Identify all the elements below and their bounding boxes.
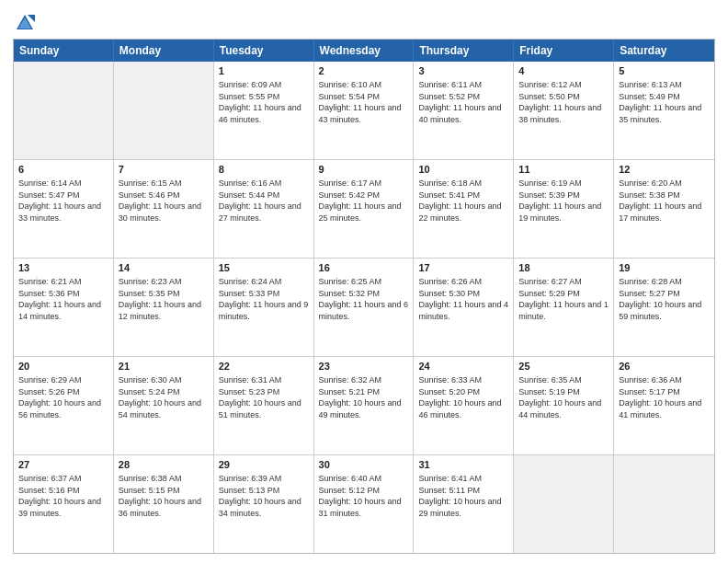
calendar-cell [614,455,714,553]
cell-text: Sunrise: 6:17 AM Sunset: 5:42 PM Dayligh… [319,178,402,223]
calendar-cell: 12Sunrise: 6:20 AM Sunset: 5:38 PM Dayli… [614,160,714,258]
day-number: 22 [219,360,309,373]
day-number: 10 [418,163,508,177]
cell-text: Sunrise: 6:14 AM Sunset: 5:47 PM Dayligh… [18,178,101,223]
cell-text: Sunrise: 6:40 AM Sunset: 5:12 PM Dayligh… [319,474,402,518]
cell-text: Sunrise: 6:29 AM Sunset: 5:26 PM Dayligh… [18,375,101,419]
calendar-cell: 5Sunrise: 6:13 AM Sunset: 5:49 PM Daylig… [614,62,714,159]
day-number: 2 [319,64,409,78]
day-number: 30 [319,458,409,472]
day-number: 12 [619,163,710,177]
cell-text: Sunrise: 6:37 AM Sunset: 5:16 PM Dayligh… [18,474,101,518]
calendar-header-cell: Thursday [414,40,514,62]
calendar-header-cell: Tuesday [214,40,314,62]
calendar-cell: 27Sunrise: 6:37 AM Sunset: 5:16 PM Dayli… [14,455,114,553]
day-number: 11 [518,163,609,177]
svg-marker-2 [28,15,35,22]
day-number: 21 [119,360,209,373]
day-number: 20 [18,360,108,373]
calendar-cell: 23Sunrise: 6:32 AM Sunset: 5:21 PM Dayli… [314,357,415,454]
calendar-cell: 21Sunrise: 6:30 AM Sunset: 5:24 PM Dayli… [114,357,214,454]
calendar-cell [114,62,214,159]
day-number: 5 [619,64,710,78]
cell-text: Sunrise: 6:09 AM Sunset: 5:55 PM Dayligh… [219,80,301,124]
calendar-cell: 16Sunrise: 6:25 AM Sunset: 5:32 PM Dayli… [314,259,415,356]
day-number: 14 [119,261,209,275]
calendar-cell: 3Sunrise: 6:11 AM Sunset: 5:52 PM Daylig… [414,62,514,159]
calendar-cell: 15Sunrise: 6:24 AM Sunset: 5:33 PM Dayli… [214,259,314,356]
day-number: 17 [418,261,508,275]
cell-text: Sunrise: 6:36 AM Sunset: 5:17 PM Dayligh… [619,375,701,419]
day-number: 31 [418,458,508,472]
calendar-cell: 4Sunrise: 6:12 AM Sunset: 5:50 PM Daylig… [514,62,614,159]
day-number: 24 [418,360,508,373]
cell-text: Sunrise: 6:30 AM Sunset: 5:24 PM Dayligh… [119,375,201,419]
day-number: 25 [518,360,609,373]
day-number: 6 [18,163,108,177]
calendar-header-cell: Wednesday [314,40,415,62]
calendar-cell: 9Sunrise: 6:17 AM Sunset: 5:42 PM Daylig… [314,160,415,258]
cell-text: Sunrise: 6:35 AM Sunset: 5:19 PM Dayligh… [518,375,601,419]
calendar-cell: 2Sunrise: 6:10 AM Sunset: 5:54 PM Daylig… [314,62,415,159]
header [13,9,715,33]
calendar-row: 27Sunrise: 6:37 AM Sunset: 5:16 PM Dayli… [14,454,714,553]
calendar-cell: 26Sunrise: 6:36 AM Sunset: 5:17 PM Dayli… [614,357,714,454]
cell-text: Sunrise: 6:11 AM Sunset: 5:52 PM Dayligh… [418,80,501,124]
calendar-cell: 24Sunrise: 6:33 AM Sunset: 5:20 PM Dayli… [414,357,514,454]
cell-text: Sunrise: 6:10 AM Sunset: 5:54 PM Dayligh… [319,80,402,124]
day-number: 19 [619,261,710,275]
calendar-cell: 25Sunrise: 6:35 AM Sunset: 5:19 PM Dayli… [514,357,614,454]
cell-text: Sunrise: 6:31 AM Sunset: 5:23 PM Dayligh… [219,375,301,419]
calendar-header-cell: Sunday [14,40,114,62]
calendar-cell: 6Sunrise: 6:14 AM Sunset: 5:47 PM Daylig… [14,160,114,258]
calendar-cell: 11Sunrise: 6:19 AM Sunset: 5:39 PM Dayli… [514,160,614,258]
cell-text: Sunrise: 6:13 AM Sunset: 5:49 PM Dayligh… [619,80,701,124]
day-number: 4 [518,64,609,78]
calendar-header-cell: Friday [514,40,614,62]
calendar: SundayMondayTuesdayWednesdayThursdayFrid… [13,39,715,554]
cell-text: Sunrise: 6:38 AM Sunset: 5:15 PM Dayligh… [119,474,201,518]
cell-text: Sunrise: 6:32 AM Sunset: 5:21 PM Dayligh… [319,375,402,419]
calendar-cell: 13Sunrise: 6:21 AM Sunset: 5:36 PM Dayli… [14,259,114,356]
calendar-cell: 30Sunrise: 6:40 AM Sunset: 5:12 PM Dayli… [314,455,415,553]
day-number: 13 [18,261,108,275]
calendar-row: 20Sunrise: 6:29 AM Sunset: 5:26 PM Dayli… [14,356,714,454]
calendar-row: 6Sunrise: 6:14 AM Sunset: 5:47 PM Daylig… [14,159,714,258]
cell-text: Sunrise: 6:24 AM Sunset: 5:33 PM Dayligh… [219,277,309,321]
calendar-cell: 7Sunrise: 6:15 AM Sunset: 5:46 PM Daylig… [114,160,214,258]
calendar-cell: 19Sunrise: 6:28 AM Sunset: 5:27 PM Dayli… [614,259,714,356]
page: SundayMondayTuesdayWednesdayThursdayFrid… [0,0,728,563]
calendar-cell: 20Sunrise: 6:29 AM Sunset: 5:26 PM Dayli… [14,357,114,454]
day-number: 23 [319,360,409,373]
calendar-cell [14,62,114,159]
calendar-cell: 1Sunrise: 6:09 AM Sunset: 5:55 PM Daylig… [214,62,314,159]
calendar-row: 1Sunrise: 6:09 AM Sunset: 5:55 PM Daylig… [14,62,714,159]
calendar-cell: 17Sunrise: 6:26 AM Sunset: 5:30 PM Dayli… [414,259,514,356]
day-number: 3 [418,64,508,78]
calendar-header-row: SundayMondayTuesdayWednesdayThursdayFrid… [14,40,714,62]
calendar-body: 1Sunrise: 6:09 AM Sunset: 5:55 PM Daylig… [14,62,714,553]
cell-text: Sunrise: 6:12 AM Sunset: 5:50 PM Dayligh… [518,80,601,124]
calendar-header-cell: Monday [114,40,214,62]
cell-text: Sunrise: 6:23 AM Sunset: 5:35 PM Dayligh… [119,277,201,321]
day-number: 1 [219,64,309,78]
cell-text: Sunrise: 6:15 AM Sunset: 5:46 PM Dayligh… [119,178,201,223]
cell-text: Sunrise: 6:25 AM Sunset: 5:32 PM Dayligh… [319,277,409,321]
calendar-row: 13Sunrise: 6:21 AM Sunset: 5:36 PM Dayli… [14,258,714,356]
cell-text: Sunrise: 6:41 AM Sunset: 5:11 PM Dayligh… [418,474,501,518]
cell-text: Sunrise: 6:39 AM Sunset: 5:13 PM Dayligh… [219,474,301,518]
calendar-cell: 22Sunrise: 6:31 AM Sunset: 5:23 PM Dayli… [214,357,314,454]
day-number: 28 [119,458,209,472]
calendar-cell: 14Sunrise: 6:23 AM Sunset: 5:35 PM Dayli… [114,259,214,356]
day-number: 7 [119,163,209,177]
cell-text: Sunrise: 6:20 AM Sunset: 5:38 PM Dayligh… [619,178,701,223]
day-number: 16 [319,261,409,275]
cell-text: Sunrise: 6:28 AM Sunset: 5:27 PM Dayligh… [619,277,701,321]
calendar-cell: 10Sunrise: 6:18 AM Sunset: 5:41 PM Dayli… [414,160,514,258]
calendar-cell: 8Sunrise: 6:16 AM Sunset: 5:44 PM Daylig… [214,160,314,258]
logo-icon [15,13,35,33]
cell-text: Sunrise: 6:16 AM Sunset: 5:44 PM Dayligh… [219,178,301,223]
cell-text: Sunrise: 6:33 AM Sunset: 5:20 PM Dayligh… [418,375,501,419]
cell-text: Sunrise: 6:19 AM Sunset: 5:39 PM Dayligh… [518,178,601,223]
day-number: 15 [219,261,309,275]
